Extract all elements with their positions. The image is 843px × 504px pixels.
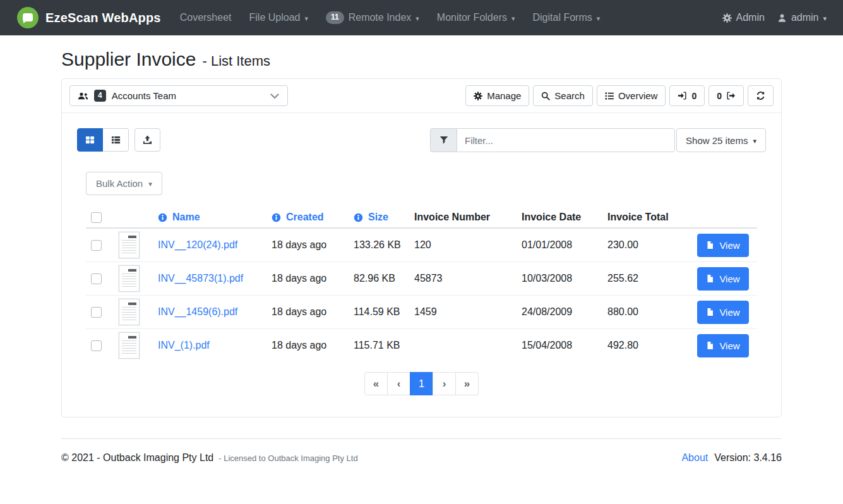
- upload-icon: [143, 135, 152, 145]
- nav-item-coversheet[interactable]: Coversheet: [180, 12, 232, 23]
- file-name-link[interactable]: INV__120(24).pdf: [158, 239, 237, 250]
- view-label: View: [719, 273, 739, 284]
- team-select[interactable]: 4 Accounts Team: [69, 85, 288, 106]
- remote-index-count-badge: 11: [326, 11, 344, 24]
- checkout-count: 0: [717, 91, 722, 101]
- refresh-button[interactable]: [748, 85, 774, 106]
- view-button[interactable]: View: [697, 234, 748, 257]
- search-button[interactable]: Search: [533, 85, 593, 106]
- navbar-left: EzeScan WebApps Coversheet File Upload ▾…: [16, 6, 618, 29]
- nav-item-label: Monitor Folders: [437, 12, 507, 23]
- view-button[interactable]: View: [697, 334, 748, 357]
- pagination-prev[interactable]: ‹: [387, 372, 410, 395]
- file-icon: [706, 341, 714, 350]
- column-header-invoice-date: Invoice Date: [517, 207, 602, 228]
- nav-item-digital-forms[interactable]: Digital Forms ▾: [533, 12, 601, 23]
- document-thumbnail[interactable]: [119, 265, 140, 292]
- table-header-row: Name Created: [86, 207, 757, 228]
- copyright-text: © 2021 - Outback Imaging Pty Ltd: [61, 452, 213, 464]
- caret-down-icon: ▾: [823, 15, 827, 22]
- document-thumbnail[interactable]: [119, 299, 140, 325]
- search-icon: [541, 92, 550, 100]
- column-header-invoice-total: Invoice Total: [602, 207, 689, 228]
- row-checkbox[interactable]: [91, 340, 102, 351]
- view-label: View: [719, 340, 739, 351]
- search-label: Search: [554, 90, 585, 101]
- select-all-checkbox[interactable]: [91, 212, 102, 223]
- document-thumbnail[interactable]: [119, 332, 140, 359]
- size-cell: 114.59 KB: [349, 296, 409, 329]
- filter-icon: [430, 128, 457, 152]
- users-icon: [78, 92, 88, 100]
- overview-label: Overview: [618, 90, 658, 101]
- pagination-last[interactable]: »: [455, 372, 479, 395]
- sign-out-icon: [726, 91, 736, 100]
- bulk-action-label: Bulk Action: [96, 178, 143, 189]
- file-name-link[interactable]: INV_(1).pdf: [158, 340, 210, 351]
- invoice-date-cell: 15/04/2008: [517, 329, 602, 363]
- caret-down-icon: ▾: [304, 15, 308, 22]
- bulk-action-dropdown[interactable]: Bulk Action ▾: [86, 172, 162, 195]
- checkin-button[interactable]: 0: [669, 85, 705, 106]
- manage-label: Manage: [487, 90, 521, 101]
- nav-item-label: Coversheet: [180, 12, 232, 23]
- pagination-page-1[interactable]: 1: [410, 372, 433, 395]
- show-items-label: Show 25 items: [686, 135, 748, 146]
- invoice-number-cell: 1459: [409, 296, 517, 329]
- view-button[interactable]: View: [697, 301, 748, 324]
- list-icon: [605, 92, 614, 100]
- view-mode-group: [77, 128, 129, 152]
- invoice-date-cell: 24/08/2009: [517, 296, 602, 329]
- username-label: admin: [791, 12, 819, 23]
- bulk-action-row: Bulk Action ▾: [86, 172, 766, 195]
- info-icon: [158, 213, 167, 222]
- nav-item-user-menu[interactable]: admin ▾: [777, 12, 827, 23]
- user-icon: [777, 13, 787, 23]
- card-body: Show 25 items ▾ Bulk Action ▾: [62, 113, 781, 417]
- manage-button[interactable]: Manage: [465, 85, 529, 106]
- row-checkbox[interactable]: [91, 240, 102, 251]
- show-items-dropdown[interactable]: Show 25 items ▾: [676, 128, 766, 152]
- grid-view-button[interactable]: [77, 128, 103, 152]
- list-view-button[interactable]: [103, 128, 129, 152]
- select-all-cell: [86, 207, 114, 228]
- overview-button[interactable]: Overview: [597, 85, 666, 106]
- brand-title: EzeScan WebApps: [45, 11, 161, 25]
- caret-down-icon: ▾: [753, 138, 756, 145]
- invoice-total-cell: 492.80: [602, 329, 689, 363]
- column-header-created[interactable]: Created: [266, 207, 349, 228]
- about-link[interactable]: About: [681, 452, 708, 464]
- brand-link[interactable]: EzeScan WebApps: [16, 6, 161, 29]
- file-name-link[interactable]: INV__45873(1).pdf: [158, 273, 243, 284]
- document-thumbnail[interactable]: [119, 232, 140, 258]
- column-header-name[interactable]: Name: [153, 207, 266, 228]
- chevron-down-icon: [270, 91, 280, 101]
- row-checkbox[interactable]: [91, 307, 102, 318]
- column-header-size[interactable]: Size: [349, 207, 409, 228]
- row-checkbox[interactable]: [91, 273, 102, 284]
- checkout-button[interactable]: 0: [708, 85, 744, 106]
- refresh-icon: [756, 91, 765, 100]
- table-row: INV_(1).pdf 18 days ago 115.71 KB 15/04/…: [86, 329, 757, 363]
- file-icon: [706, 308, 714, 316]
- nav-item-monitor-folders[interactable]: Monitor Folders ▾: [437, 12, 515, 23]
- filter-input[interactable]: [457, 128, 675, 152]
- nav-item-file-upload[interactable]: File Upload ▾: [249, 12, 308, 23]
- invoice-number-cell: 45873: [409, 262, 517, 296]
- nav-item-remote-index[interactable]: 11 Remote Index ▾: [326, 11, 419, 24]
- nav-item-admin[interactable]: Admin: [722, 12, 765, 23]
- table-row: INV__45873(1).pdf 18 days ago 82.96 KB 4…: [86, 262, 757, 296]
- grid-icon: [85, 135, 95, 145]
- pagination-next[interactable]: ›: [433, 372, 456, 395]
- column-label: Name: [172, 212, 200, 223]
- pagination-first[interactable]: «: [364, 372, 388, 395]
- file-name-link[interactable]: INV__1459(6).pdf: [158, 306, 237, 317]
- nav-item-label: Digital Forms: [533, 12, 592, 23]
- info-icon: [354, 213, 363, 222]
- ezescan-logo-icon: [16, 6, 39, 29]
- created-cell: 18 days ago: [266, 262, 349, 296]
- page-title: Supplier Invoice - List Items: [61, 49, 782, 70]
- view-button[interactable]: View: [697, 267, 748, 291]
- created-cell: 18 days ago: [266, 329, 349, 363]
- upload-button[interactable]: [135, 128, 160, 152]
